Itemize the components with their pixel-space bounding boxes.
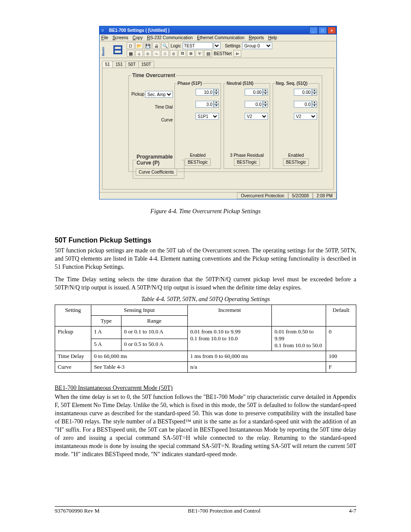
bestnet-icon[interactable]: ⊳ — [234, 50, 241, 57]
menu-ethernet[interactable]: Ethernet Communication — [197, 35, 244, 40]
down-icon[interactable]: ▼ — [312, 104, 317, 108]
toolbar: Basler ⊟ 🗋 📂 💾 🖨 🔍 Logic Settings Group … — [100, 41, 336, 58]
down-icon[interactable]: ▼ — [312, 92, 317, 96]
down-icon[interactable]: ▼ — [263, 104, 268, 108]
open-file-icon[interactable]: 📂 — [135, 42, 143, 49]
negseq-footer-1: Enabled — [275, 153, 317, 158]
app-icon: ≡ — [101, 28, 107, 34]
tool-icon-7[interactable]: ⧉ — [178, 50, 186, 57]
status-date: 5/2/2008 — [288, 193, 313, 199]
pickup-label: Pickup — [131, 90, 144, 98]
menu-copy[interactable]: Copy — [133, 35, 143, 40]
titlebar: ≡ BE1-700 Settings ( [Untitled] ) _ □ × — [100, 26, 336, 34]
down-icon[interactable]: ▼ — [263, 92, 268, 96]
basler-text: Basler — [101, 43, 112, 56]
table-row: Time Delay 0 to 60,000 ms 1 ms from 0 to… — [55, 351, 356, 362]
th-type: Type — [91, 316, 121, 327]
tab-panel: Time Overcurrent Pickup Sec. Amps Time D… — [102, 68, 334, 190]
maximize-button[interactable]: □ — [318, 27, 327, 34]
negseq-bestlogic-button[interactable]: BESTlogic — [283, 159, 309, 166]
neutral-footer-1: 3 Phase Residual — [226, 153, 268, 158]
logic-label: Logic — [171, 44, 181, 48]
tab-151[interactable]: 151 — [112, 61, 126, 68]
neutral-legend: Neutral (51N) — [226, 81, 254, 86]
tabs: 51 151 50T 150T — [102, 61, 334, 68]
neutral-pickup-input[interactable] — [245, 89, 263, 96]
phase-pickup-input[interactable] — [196, 89, 214, 96]
up-icon[interactable]: ▲ — [312, 89, 317, 92]
subsection-heading: BE1-700 Instantaneous Overcurrent Mode (… — [55, 385, 356, 392]
tool-icon-2[interactable]: ⏚ — [135, 50, 143, 57]
basler-logo-icon: ⊟ — [112, 45, 123, 54]
phase-legend: Phase (51P) — [177, 81, 203, 86]
settings-group-select[interactable]: Group 0 — [242, 42, 272, 49]
up-icon[interactable]: ▲ — [312, 101, 317, 104]
paragraph: When the time delay is set to 0, the 50T… — [55, 393, 356, 458]
status-context: Overcurrent Protection — [237, 193, 288, 199]
tool-icon-3[interactable]: ⎋ — [144, 50, 152, 57]
statusbar: Overcurrent Protection 5/2/2008 2:08 PM — [100, 192, 336, 199]
tool-icon-5[interactable]: ⎍ — [161, 50, 169, 57]
menu-reports[interactable]: Reports — [249, 35, 264, 40]
th-setting: Setting — [55, 305, 91, 327]
logic-input[interactable] — [183, 42, 213, 49]
th-sensing: Sensing Input — [91, 305, 187, 316]
pickup-units-select[interactable]: Sec. Amps — [145, 91, 173, 98]
neutral-timedial-input[interactable] — [245, 101, 263, 108]
up-icon[interactable]: ▲ — [263, 89, 268, 92]
figure-caption: Figure 4-4. Time Overcurrent Pickup Sett… — [55, 208, 356, 215]
minimize-button[interactable]: _ — [309, 27, 318, 34]
up-icon[interactable]: ▲ — [263, 101, 268, 104]
save-file-icon[interactable]: 💾 — [144, 42, 152, 49]
menubar: File Screens Copy RS-232 Communication E… — [100, 34, 336, 41]
phase-timedial-input[interactable] — [196, 101, 214, 108]
menu-rs232[interactable]: RS-232 Communication — [147, 35, 193, 40]
th-increment: Increment — [187, 305, 272, 327]
tab-50t[interactable]: 50T — [125, 61, 139, 68]
negseq-curve-select[interactable]: V2 — [294, 113, 317, 120]
negseq-timedial-input[interactable] — [294, 101, 312, 108]
curve-coefficients-button[interactable]: Curve Coefficients — [136, 168, 177, 176]
th-default — [272, 305, 326, 327]
paragraph: 50T function pickup settings are made on… — [55, 247, 356, 271]
bestnet-label: BESTNet — [214, 51, 232, 56]
close-button[interactable]: × — [327, 27, 336, 34]
programmable-curve-group: Programmable Curve (P) Curve Coefficient… — [133, 154, 184, 179]
window-title: BE1-700 Settings ( [Untitled] ) — [109, 28, 309, 33]
group-legend: Time Overcurrent — [131, 72, 176, 78]
negseq-legend: Neg. Seq. (51Q) — [275, 81, 308, 86]
footer-right: 4-7 — [349, 507, 356, 514]
menu-screens[interactable]: Screens — [112, 35, 128, 40]
logic-select[interactable] — [214, 42, 221, 49]
phase-bestlogic-button[interactable]: BESTlogic — [185, 159, 211, 166]
th-range: Range — [121, 316, 187, 327]
tool-icon-8[interactable]: ✲ — [187, 50, 195, 57]
phase-curve-select[interactable]: S1P1 — [196, 113, 219, 120]
paragraph: The Time Delay setting selects the time … — [55, 276, 356, 292]
time-dial-label: Time Dial — [155, 103, 173, 111]
tool-icon-4[interactable]: ⏦ — [153, 50, 160, 57]
up-icon[interactable]: ▲ — [214, 101, 219, 104]
negseq-group: Neg. Seq. (51Q) ▲▼ ▲▼ V2 — [273, 81, 319, 169]
tab-51[interactable]: 51 — [102, 61, 113, 68]
negseq-pickup-input[interactable] — [294, 89, 312, 96]
tool-icon-9[interactable]: ⅟ — [196, 50, 203, 57]
down-icon[interactable]: ▼ — [214, 104, 219, 108]
neutral-curve-select[interactable]: V2 — [245, 113, 268, 120]
settings-label: Settings — [225, 44, 240, 48]
app-window: ≡ BE1-700 Settings ( [Untitled] ) _ □ × … — [99, 26, 337, 199]
new-file-icon[interactable]: 🗋 — [127, 42, 134, 49]
tool-icon-10[interactable]: ▤ — [204, 50, 212, 57]
print-icon[interactable]: 🖨 — [153, 42, 160, 49]
status-time: 2:08 PM — [313, 193, 336, 199]
menu-help[interactable]: Help — [268, 35, 277, 40]
menu-file[interactable]: File — [101, 35, 108, 40]
down-icon[interactable]: ▼ — [214, 92, 219, 96]
tab-150t[interactable]: 150T — [138, 61, 154, 68]
neutral-bestlogic-button[interactable]: BESTlogic — [234, 159, 260, 166]
preview-icon[interactable]: 🔍 — [161, 42, 169, 49]
tool-icon-1[interactable]: ▦ — [127, 50, 134, 57]
tool-icon-6[interactable]: ⎊ — [170, 50, 177, 57]
up-icon[interactable]: ▲ — [214, 89, 219, 92]
section-heading: 50T Function Pickup Settings — [55, 236, 356, 244]
